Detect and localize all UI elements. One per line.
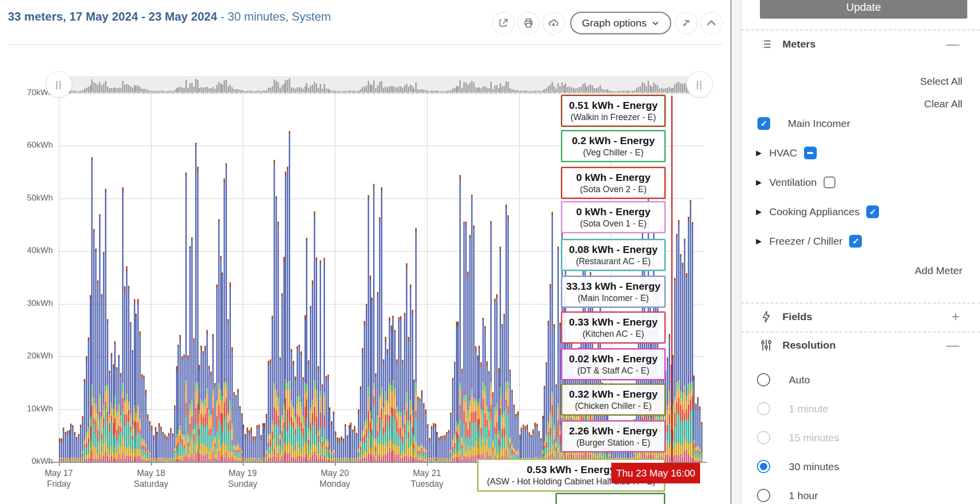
bar-column[interactable]: [227, 319, 229, 462]
bar-column[interactable]: [237, 389, 239, 462]
bar-column[interactable]: [478, 346, 480, 462]
bar-column[interactable]: [410, 284, 411, 462]
bar-column[interactable]: [61, 438, 62, 462]
bar-column[interactable]: [477, 355, 478, 462]
bar-column[interactable]: [243, 425, 244, 462]
bar-column[interactable]: [503, 314, 505, 462]
bar-column[interactable]: [116, 367, 118, 462]
bar-column[interactable]: [266, 414, 267, 462]
bar-column[interactable]: [249, 430, 250, 462]
bar-column[interactable]: [438, 437, 440, 462]
meter-checkbox[interactable]: ✓: [866, 205, 879, 218]
bar-column[interactable]: [413, 379, 415, 462]
bar-column[interactable]: [436, 432, 438, 462]
bar-column[interactable]: [527, 425, 528, 462]
bar-column[interactable]: [498, 368, 500, 462]
bar-column[interactable]: [387, 349, 388, 462]
bar-column[interactable]: [208, 366, 210, 462]
bar-column[interactable]: [415, 228, 417, 462]
bar-column[interactable]: [509, 370, 511, 462]
bar-column[interactable]: [272, 316, 273, 462]
bar-column[interactable]: [176, 366, 177, 462]
bar-column[interactable]: [235, 395, 237, 462]
bar-column[interactable]: [335, 431, 336, 462]
bar-column[interactable]: [484, 326, 486, 462]
fields-section-header[interactable]: Fields +: [741, 305, 980, 328]
meter-checkbox[interactable]: [824, 176, 835, 188]
bar-column[interactable]: [688, 217, 689, 462]
bar-column[interactable]: [500, 247, 501, 462]
bar-column[interactable]: [682, 263, 683, 462]
resolution-option[interactable]: 30 minutes: [741, 452, 980, 481]
resolution-radio[interactable]: [757, 489, 770, 502]
bar-column[interactable]: [440, 436, 442, 462]
bar-column[interactable]: [84, 379, 85, 462]
bar-column[interactable]: [172, 433, 174, 462]
bar-column[interactable]: [523, 425, 524, 462]
bar-column[interactable]: [222, 273, 223, 462]
bar-column[interactable]: [316, 257, 317, 462]
bar-column[interactable]: [544, 386, 545, 462]
bar-column[interactable]: [195, 143, 197, 462]
bar-column[interactable]: [695, 403, 697, 462]
bar-column[interactable]: [139, 331, 141, 462]
bar-column[interactable]: [486, 361, 488, 462]
bar-column[interactable]: [160, 427, 162, 462]
bar-column[interactable]: [530, 435, 532, 462]
bar-column[interactable]: [220, 256, 222, 462]
navigator-right-handle[interactable]: ||: [686, 71, 713, 98]
bar-column[interactable]: [304, 315, 306, 462]
bar-column[interactable]: [193, 338, 195, 462]
bar-column[interactable]: [197, 167, 199, 462]
bar-column[interactable]: [370, 276, 371, 462]
bar-column[interactable]: [360, 386, 361, 462]
bar-column[interactable]: [699, 406, 701, 462]
bar-column[interactable]: [548, 321, 549, 462]
bar-column[interactable]: [239, 406, 241, 462]
bar-column[interactable]: [379, 217, 380, 462]
bar-column[interactable]: [398, 317, 400, 462]
meter-checkbox[interactable]: [804, 147, 817, 159]
bar-column[interactable]: [419, 398, 421, 462]
bar-column[interactable]: [312, 280, 313, 462]
bar-column[interactable]: [701, 422, 703, 462]
meter-checkbox[interactable]: ✓: [849, 235, 862, 248]
bar-column[interactable]: [189, 246, 191, 462]
bar-column[interactable]: [137, 299, 139, 462]
bar-column[interactable]: [212, 334, 214, 462]
bar-column[interactable]: [130, 322, 131, 462]
update-button[interactable]: Update: [760, 0, 967, 19]
open-external-button[interactable]: [492, 12, 515, 34]
bar-column[interactable]: [90, 295, 91, 462]
bar-column[interactable]: [507, 215, 509, 462]
bar-column[interactable]: [287, 167, 288, 462]
bar-column[interactable]: [70, 424, 72, 462]
bar-column[interactable]: [425, 409, 427, 462]
bar-column[interactable]: [488, 371, 490, 462]
bar-column[interactable]: [264, 423, 265, 462]
bar-column[interactable]: [674, 278, 676, 462]
bar-column[interactable]: [113, 364, 114, 462]
bar-column[interactable]: [692, 222, 693, 462]
bar-column[interactable]: [408, 337, 409, 462]
panel-scrollbar[interactable]: [730, 0, 741, 504]
bar-column[interactable]: [306, 238, 307, 462]
resolution-collapse-toggle[interactable]: —: [946, 340, 959, 350]
bar-column[interactable]: [99, 214, 101, 462]
bar-column[interactable]: [65, 432, 66, 462]
bar-column[interactable]: [229, 282, 231, 462]
bar-column[interactable]: [521, 428, 522, 462]
bar-column[interactable]: [463, 222, 465, 462]
bar-column[interactable]: [528, 432, 530, 462]
fullscreen-button[interactable]: [675, 12, 698, 34]
bar-column[interactable]: [277, 222, 279, 462]
bar-column[interactable]: [281, 293, 283, 462]
bar-column[interactable]: [245, 434, 246, 462]
bar-column[interactable]: [179, 335, 181, 462]
bar-column[interactable]: [82, 416, 83, 462]
bar-column[interactable]: [105, 189, 106, 462]
bar-column[interactable]: [505, 204, 507, 462]
bar-column[interactable]: [174, 405, 176, 462]
bar-column[interactable]: [214, 383, 216, 462]
bar-column[interactable]: [63, 428, 64, 462]
